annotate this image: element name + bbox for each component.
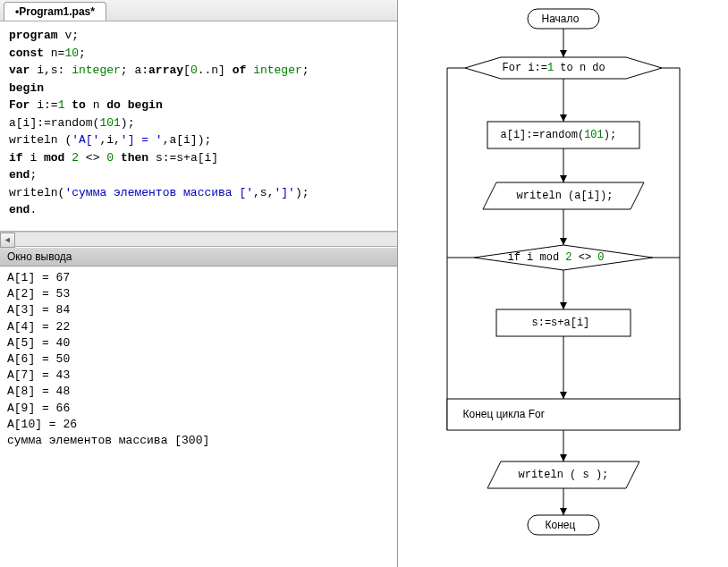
out-line: A[8] = 48 [7,385,70,398]
t: s:=s+a[i] [148,151,218,165]
kw-for: For [9,98,30,112]
t: ; a: [121,63,148,77]
svg-marker-28 [560,392,567,399]
t: ; [79,47,86,60]
num: 0 [106,151,114,165]
str: 'сумма элементов массива [' [64,186,253,199]
output-area[interactable]: A[1] = 67 A[2] = 53 A[3] = 84 A[4] = 22 … [0,267,397,567]
t: n [86,98,106,112]
code-editor[interactable]: program v; const n=10; var i,s: integer;… [0,21,397,232]
kw-begin: begin [9,81,44,95]
out-line: A[1] = 67 [7,271,70,284]
out-line: A[2] = 53 [7,287,70,300]
svg-marker-24 [560,114,567,122]
num: 0 [190,63,198,77]
t: a[i]:=random( [501,129,585,141]
out-line: A[9] = 66 [7,402,70,415]
t: n= [44,47,64,60]
tab-bar: •Program1.pas* [0,0,397,21]
t: i:= [30,98,57,112]
t: ..n] [198,63,233,77]
kw-if: if [9,151,23,165]
t [121,98,128,112]
t: . [30,203,37,216]
kw-array: array [148,63,183,77]
str: '] = ' [121,133,163,147]
out-line: A[10] = 26 [7,418,77,431]
t: if i mod [508,251,566,264]
t: ,s, [253,186,274,199]
t: ,a[i]); [163,133,212,147]
out-line: A[4] = 22 [7,320,70,334]
flow-for: For i:=1 to n do [503,62,605,74]
kw-of: of [233,63,247,77]
t: i [23,151,44,165]
t: For i:= [503,62,547,74]
t: to n do [554,62,605,74]
t: ); [295,186,309,199]
num: 10 [64,47,79,60]
kw-program: program [9,29,58,42]
kw-do: do [106,98,121,112]
t: i,s: [30,63,72,77]
kw-begin: begin [128,98,163,112]
svg-marker-30 [560,508,567,515]
kw-end: end [9,168,30,182]
t: <> [79,151,106,165]
flow-writeln-s: writeln ( s ); [519,469,609,481]
str: ']' [274,186,294,199]
t: ); [121,116,135,130]
kw-var: var [9,63,30,77]
num: 2 [565,251,571,264]
flowchart: Начало For i:=1 to n do a[i]:=random(101… [411,5,715,560]
t: writeln( [9,186,64,199]
type: integer [72,63,121,77]
t: ; [302,63,309,77]
t: a[i]:=random( [9,116,99,130]
type: integer [253,63,302,77]
kw-end: end [9,203,30,216]
out-line: A[7] = 43 [7,368,70,382]
t [114,151,121,165]
t: ); [604,129,616,141]
kw-const: const [9,47,44,60]
file-tab[interactable]: •Program1.pas* [4,2,106,21]
kw-to: to [72,98,86,112]
out-line: сумма элементов массива [300] [7,434,209,447]
out-line: A[3] = 84 [7,303,70,317]
t: writeln ( [9,133,72,147]
flowchart-panel: Начало For i:=1 to n do a[i]:=random(101… [398,0,728,567]
num: 0 [597,251,604,264]
flow-end: Конец [546,519,576,531]
left-panel: •Program1.pas* program v; const n=10; va… [0,0,398,567]
kw-mod: mod [44,151,64,165]
out-line: A[6] = 50 [7,352,70,366]
t: [ [183,63,190,77]
num: 101 [584,129,604,141]
flow-if: if i mod 2 <> 0 [508,251,605,264]
flow-start: Начало [542,13,580,25]
out-line: A[5] = 40 [7,336,70,350]
num: 1 [547,62,554,74]
svg-marker-29 [560,454,567,461]
t: ; [30,168,37,182]
flow-endfor: Конец цикла For [463,408,545,420]
scroll-left-icon[interactable]: ◄ [0,233,15,248]
t: v; [58,29,79,42]
t: <> [572,251,598,264]
horizontal-scrollbar[interactable]: ◄ [0,232,397,247]
str: 'A[' [72,133,99,147]
svg-marker-27 [560,302,567,309]
flow-writeln-arr: writeln (a[i]); [517,190,614,202]
t: ,i, [99,133,120,147]
kw-then: then [121,151,148,165]
svg-marker-23 [560,50,567,57]
num: 101 [99,116,120,130]
flow-random: a[i]:=random(101); [501,129,617,141]
t [246,63,253,77]
num: 2 [72,151,79,165]
svg-marker-25 [560,175,567,182]
output-header: Окно вывода [0,247,397,267]
flow-assign: s:=s+a[i] [532,317,590,329]
svg-marker-26 [560,238,567,245]
